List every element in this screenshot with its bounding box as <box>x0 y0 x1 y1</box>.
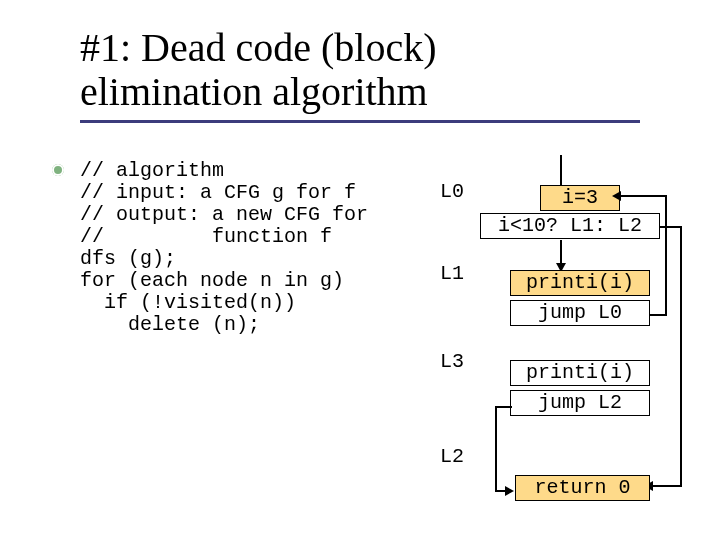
block-jump-L2: jump L2 <box>510 390 650 416</box>
arrowhead-backedge <box>612 191 621 201</box>
arrowhead-L3-L2 <box>505 486 514 496</box>
edge-backedge-vert <box>665 195 667 315</box>
edge-L0-L2-top <box>660 226 682 228</box>
title-underline <box>80 120 640 123</box>
edge-L3-L2-b <box>495 406 497 490</box>
block-return: return 0 <box>515 475 650 501</box>
bullet-icon <box>48 160 68 180</box>
block-i-eq-3: i=3 <box>540 185 620 211</box>
edge-L0-L1 <box>560 240 562 265</box>
block-print-L3: printi(i) <box>510 360 650 386</box>
title-line-1: #1: Dead code (block) <box>80 25 437 70</box>
edge-L3-L2-a <box>495 406 512 408</box>
algorithm-code: // algorithm // input: a CFG g for f // … <box>80 160 368 336</box>
label-L1: L1 <box>440 262 464 285</box>
title-line-2: elimination algorithm <box>80 69 428 114</box>
edge-L0-L2-vert <box>680 226 682 486</box>
edge-backedge-bot <box>650 314 667 316</box>
title: #1: Dead code (block) elimination algori… <box>80 26 437 114</box>
block-jump-L0: jump L0 <box>510 300 650 326</box>
edge-backedge-top <box>618 195 667 197</box>
label-L0: L0 <box>440 180 464 203</box>
block-print-L1: printi(i) <box>510 270 650 296</box>
label-L2: L2 <box>440 445 464 468</box>
label-L3: L3 <box>440 350 464 373</box>
edge-L0-L2-bot <box>650 485 682 487</box>
block-cond: i<10? L1: L2 <box>480 213 660 239</box>
